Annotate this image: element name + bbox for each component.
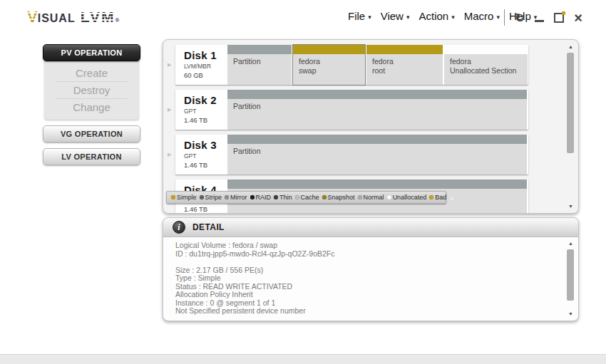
partition-block[interactable]: Partition	[227, 90, 527, 130]
legend-label: Normal	[364, 194, 384, 201]
menu-item-macro[interactable]: Macro ▾	[464, 10, 500, 22]
disk-row[interactable]: ▸ Disk 2 GPT 1.46 TB Partition	[175, 90, 528, 130]
detail-scrollbar[interactable]: ▲ ▼	[566, 240, 575, 317]
partition-block[interactable]: fedora Unallocated Section	[444, 45, 528, 85]
legend-item: Stripe	[200, 194, 222, 201]
partition-strip: Partition	[227, 135, 527, 175]
sidebar-button-lv-operation[interactable]: LV OPERATION	[43, 148, 140, 165]
partition-label: fedora Unallocated Section	[444, 54, 528, 85]
title-bar: VISUALLVM® File ▾ View ▾ Action ▾ Macro …	[0, 0, 606, 36]
legend-color-dot	[250, 195, 255, 199]
scroll-up-icon[interactable]: ▲	[566, 43, 575, 50]
app-logo: VISUALLVM®	[27, 8, 119, 26]
sidebar-button-pv-operation[interactable]: PV OPERATION	[43, 44, 140, 61]
close-icon[interactable]: ×	[574, 11, 582, 25]
legend-label: RAID	[256, 194, 272, 201]
legend-collapse-icon[interactable]: «	[449, 192, 454, 203]
legend-label: Unallocated	[393, 194, 427, 201]
menu-item-label: File	[348, 10, 365, 22]
legend-color-dot	[429, 195, 433, 199]
legend-item: Mirror	[225, 194, 247, 201]
disk-row[interactable]: ▸ Disk 3 GPT 1.46 TB Partition	[175, 135, 528, 175]
info-icon: i	[173, 221, 185, 234]
logo-suffix: LVM	[81, 9, 115, 26]
scrollbar-thumb[interactable]	[567, 249, 574, 301]
detail-line	[175, 258, 564, 266]
sidebar-item-create[interactable]: Create	[56, 65, 128, 82]
menu-bar: File ▾ View ▾ Action ▾ Macro ▾ Help ▾	[348, 10, 537, 22]
sidebar: PV OPERATION CreateDestroyChange VG OPER…	[43, 44, 140, 165]
detail-line: Not Specified persistent device number	[175, 307, 564, 316]
disk-list: ▸ Disk 1 LVM/MBR 60 GB Partition fedora …	[175, 45, 528, 214]
refresh-icon[interactable]: ↻	[515, 12, 525, 24]
legend-item: Unallocated	[387, 194, 427, 201]
minimize-icon[interactable]	[535, 20, 544, 22]
chevron-down-icon: ▾	[368, 14, 371, 21]
sidebar-item-change[interactable]: Change	[56, 99, 128, 115]
scroll-down-icon[interactable]: ▼	[566, 203, 575, 209]
disk-name: Disk 2	[184, 94, 225, 106]
partition-color-bar	[227, 90, 527, 99]
partition-color-bar	[366, 45, 443, 54]
legend-label: Mirror	[230, 194, 247, 201]
legend-color-dot	[387, 195, 391, 199]
sidebar-item-destroy[interactable]: Destroy	[56, 82, 128, 99]
legend-item: RAID	[250, 194, 272, 201]
pv-submenu: CreateDestroyChange	[44, 59, 139, 120]
detail-panel: i DETAIL Logical Volume : fedora / swapI…	[163, 217, 579, 321]
disk-type: GPT	[184, 152, 225, 160]
legend-color-dot	[358, 195, 362, 199]
legend-color-dot	[171, 195, 175, 199]
partition-block[interactable]: Partition	[227, 135, 527, 175]
legend-item: Thin	[274, 194, 292, 201]
scrollbar-thumb[interactable]	[567, 53, 574, 153]
disk-info: Disk 1 LVM/MBR 60 GB	[175, 45, 225, 85]
menu-item-label: Macro	[464, 10, 494, 22]
disk-type: GPT	[184, 108, 225, 115]
disk-info: Disk 3 GPT 1.46 TB	[175, 135, 225, 175]
disk-size: 1.46 TB	[184, 116, 225, 124]
legend-item: Normal	[358, 194, 384, 201]
legend-label: Bad	[435, 194, 446, 201]
logo-text: ISUAL	[38, 12, 76, 25]
logo-initial: V	[27, 8, 38, 26]
chevron-right-icon: ▸	[168, 60, 172, 69]
partition-block-selected[interactable]: fedora swap	[293, 45, 365, 85]
partition-label: Partition	[227, 99, 527, 130]
detail-line: Logical Volume : fedora / swap	[175, 241, 564, 250]
partition-color-bar	[227, 45, 292, 54]
maximize-icon[interactable]	[554, 13, 564, 23]
chevron-down-icon: ▾	[496, 14, 500, 21]
legend-label: Stripe	[205, 194, 222, 201]
sidebar-secondary: VG OPERATIONLV OPERATION	[43, 125, 140, 165]
disk-scrollbar[interactable]: ▲ ▼	[566, 43, 575, 209]
sidebar-button-vg-operation[interactable]: VG OPERATION	[43, 125, 140, 142]
legend-item: Cache	[295, 194, 319, 201]
menu-item-file[interactable]: File ▾	[348, 10, 371, 22]
disk-size: 1.46 TB	[184, 205, 225, 213]
legend-label: Snapshot	[328, 194, 355, 201]
disk-info: Disk 2 GPT 1.46 TB	[175, 90, 225, 130]
detail-line: ID : du1trq-jpp5-mwdo-Rcl4-qzJp-qO2Z-9oB…	[175, 250, 564, 259]
chevron-right-icon: ▸	[168, 105, 172, 114]
menu-item-view[interactable]: View ▾	[381, 10, 410, 22]
menu-item-label: Action	[418, 10, 448, 22]
legend-color-dot	[274, 195, 278, 199]
partition-strip: Partition	[227, 90, 527, 130]
disk-panel: ▸ Disk 1 LVM/MBR 60 GB Partition fedora …	[163, 39, 579, 214]
scroll-up-icon[interactable]: ▲	[566, 240, 575, 246]
partition-color-bar	[444, 45, 528, 54]
chevron-right-icon: ▸	[168, 150, 172, 159]
partition-color-bar	[293, 45, 365, 54]
detail-title: DETAIL	[192, 222, 225, 232]
chevron-down-icon: ▾	[451, 14, 455, 21]
menu-item-action[interactable]: Action ▾	[418, 10, 454, 22]
partition-block[interactable]: Partition	[227, 45, 292, 85]
legend-color-dot	[200, 195, 204, 199]
partition-block[interactable]: fedora root	[366, 45, 443, 85]
legend-label: Cache	[301, 194, 319, 201]
scroll-down-icon[interactable]: ▼	[566, 311, 575, 317]
disk-row[interactable]: ▸ Disk 1 LVM/MBR 60 GB Partition fedora …	[175, 45, 528, 85]
partition-label: fedora root	[366, 54, 443, 85]
legend-color-dot	[322, 195, 327, 199]
